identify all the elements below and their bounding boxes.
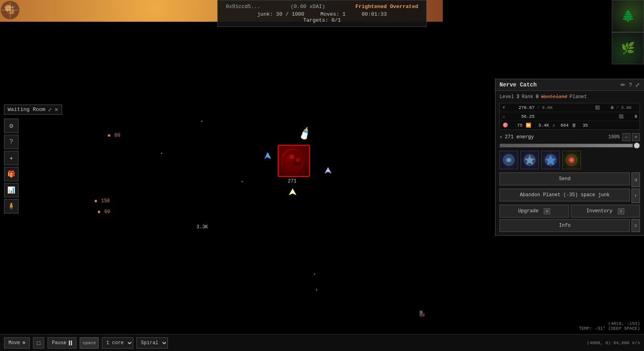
- defense-icon: ⬛: [619, 114, 623, 119]
- rank-label: Rank: [522, 94, 533, 100]
- square-icon: □: [37, 340, 40, 346]
- wasteland-label: Wasteland: [541, 94, 567, 100]
- svg-point-18: [507, 158, 510, 162]
- panel-edit-button[interactable]: ✏: [621, 82, 625, 88]
- person-icon: 🧍: [7, 202, 15, 210]
- artifact-3[interactable]: [541, 151, 560, 169]
- arrow-icon: ↗: [552, 123, 555, 128]
- map-thumb-bottom[interactable]: 🌿: [612, 32, 644, 64]
- planet2-label: 3.3K: [196, 224, 208, 230]
- energy-bar-container[interactable]: [500, 144, 640, 148]
- waiting-room-expand-button[interactable]: ⤢: [48, 107, 52, 113]
- inventory-button[interactable]: Inventory s: [571, 205, 640, 218]
- core-select[interactable]: 1 core 2 core 4 core: [102, 337, 133, 349]
- energy-controls: − +: [622, 133, 640, 141]
- upgrade-key: a: [544, 208, 550, 214]
- move-crosshair-icon: ⊕: [23, 340, 25, 346]
- sidebar-person-button[interactable]: 🧍: [4, 199, 19, 213]
- shield-max: 3.8K: [621, 105, 637, 110]
- waiting-room-close-button[interactable]: ✕: [54, 107, 58, 113]
- energy-bar-handle[interactable]: [634, 143, 640, 148]
- map-dot: [314, 273, 315, 275]
- sidebar-wand-button[interactable]: ✦: [4, 151, 19, 165]
- coords-display: (4019, -153) TEMP: -31° (DEEP SPACE): [579, 321, 640, 331]
- map-thumb-top[interactable]: 🌲: [612, 0, 644, 32]
- selected-planet-label: 271: [288, 179, 297, 184]
- square-icon-button[interactable]: □: [33, 337, 44, 349]
- info-button[interactable]: Info: [500, 219, 630, 232]
- balance-display: (0.00 xDAI): [291, 4, 325, 10]
- maximize-button[interactable]: +: [11, 4, 14, 10]
- pattern-select[interactable]: Spiral Linear Random: [136, 337, 168, 349]
- ship-1: [263, 152, 272, 164]
- ship-2: [324, 167, 332, 177]
- svg-point-25: [570, 158, 573, 162]
- defense-val: 0: [625, 114, 637, 119]
- sidebar-gear-button[interactable]: ⚙: [4, 119, 19, 133]
- artifacts-row: [500, 151, 640, 169]
- map-label-60a: 60: [108, 133, 120, 138]
- upgrade-button[interactable]: Upgrade a: [500, 205, 569, 218]
- sidebar-help-button[interactable]: ?: [4, 135, 19, 149]
- inventory-key: s: [618, 208, 624, 214]
- artifact-4[interactable]: [562, 151, 581, 169]
- energy-percent: 100%: [608, 134, 620, 140]
- chart-icon: 📊: [7, 186, 15, 194]
- energy-plus-button[interactable]: +: [632, 133, 640, 141]
- abandon-key: r: [632, 189, 640, 203]
- shield-icon: ⬛: [595, 105, 600, 110]
- top-hud: 0x91ccd5... (0.00 xDAI) Frightened Overr…: [217, 0, 427, 27]
- map-label-60b: 60: [98, 209, 110, 215]
- question-icon: ?: [9, 138, 13, 146]
- energy-minus-button[interactable]: −: [622, 133, 630, 141]
- send-key: q: [632, 172, 640, 187]
- temp-display: TEMP: -31° (DEEP SPACE): [579, 326, 640, 331]
- energy-stat-icon: ⚡: [502, 105, 509, 111]
- panel-expand-button[interactable]: ⤢: [635, 82, 640, 88]
- coords-value: (4019, -153): [579, 321, 640, 326]
- wand-icon: ✦: [9, 154, 13, 162]
- energy-label: 271 energy: [505, 134, 534, 140]
- pause-button[interactable]: Pause: [47, 337, 76, 349]
- energy-control-row: ⚡ 271 energy 100% − +: [500, 133, 640, 141]
- pause-key-badge: space: [80, 337, 99, 349]
- pause-icon: [69, 341, 72, 345]
- send-button[interactable]: Send: [500, 172, 630, 185]
- minimize-button[interactable]: −: [4, 4, 8, 10]
- panel-title: Nerve Catch: [500, 82, 537, 88]
- targets-display: Targets: 0/1: [303, 17, 341, 23]
- energy-current: 270.67: [510, 105, 535, 110]
- small-map-dot: ·: [315, 287, 318, 291]
- attack-val: 56.25: [510, 114, 535, 119]
- selected-planet-surface: [282, 149, 306, 173]
- moves-display: Moves: 1: [320, 11, 345, 17]
- waiting-room-title: Waiting Room: [8, 107, 45, 113]
- speed-stat-icon: 🎯: [502, 122, 509, 128]
- artifact-1[interactable]: [500, 151, 518, 169]
- sidebar-gift-button[interactable]: 🎁: [4, 167, 19, 181]
- panel-help-button[interactable]: ?: [629, 82, 632, 88]
- game-canvas[interactable]: 60 150 60 🍼: [0, 0, 443, 351]
- window-controls: − +: [4, 4, 15, 10]
- arrow-val: 664: [557, 123, 569, 128]
- shield-current: 0: [601, 105, 613, 110]
- player-name: Frightened Overrated: [355, 4, 418, 10]
- send-row: Send q: [500, 172, 640, 187]
- abandon-button[interactable]: Abandon Planet (-35) space junk: [500, 189, 630, 201]
- stats-grid: ⚡ 270.67 / 9.0K ⬛ 0 / 3.8K ⚔ 56.25 ⬛ 0 🎯…: [500, 103, 640, 130]
- rank-value: 0: [536, 94, 539, 100]
- artifact-2[interactable]: [520, 151, 539, 169]
- map-thumbnails: 🌲 🌿: [612, 0, 644, 64]
- junk-display: junk: 30 / 1000: [257, 11, 304, 17]
- map-label-150: 150: [95, 198, 110, 204]
- planet-type-label: Planet: [570, 94, 587, 100]
- move-button[interactable]: Move ⊕: [4, 337, 30, 349]
- coords-info: (4000, 0) 64,000 #/s: [587, 341, 640, 345]
- svg-marker-4: [289, 189, 296, 195]
- svg-point-3: [327, 170, 329, 172]
- waiting-room-panel: Waiting Room ⤢ ✕: [4, 105, 62, 115]
- level-value: 3: [516, 94, 519, 100]
- selected-planet[interactable]: [278, 145, 310, 177]
- trash-icon: 🗑: [572, 123, 576, 128]
- sidebar-chart-button[interactable]: 📊: [4, 183, 19, 197]
